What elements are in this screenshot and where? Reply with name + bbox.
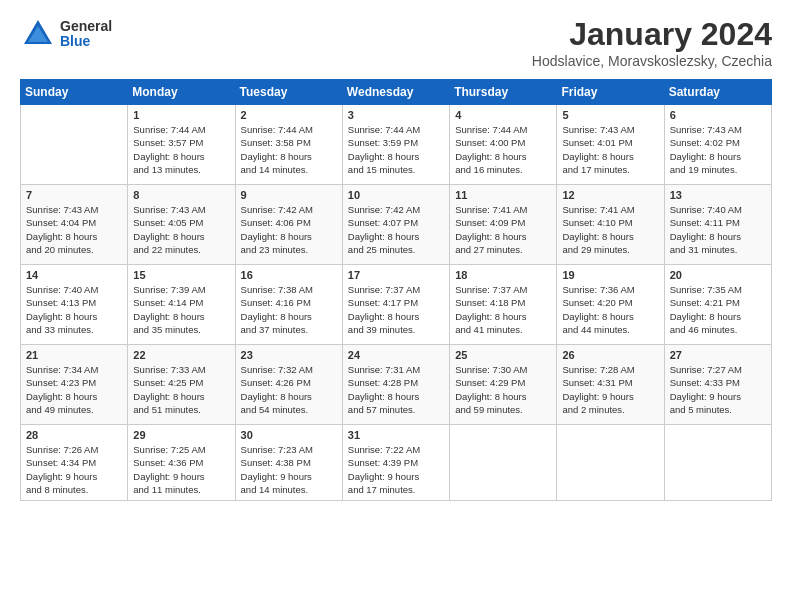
calendar-cell: 7Sunrise: 7:43 AM Sunset: 4:04 PM Daylig… (21, 185, 128, 265)
day-number: 3 (348, 109, 444, 121)
day-info: Sunrise: 7:35 AM Sunset: 4:21 PM Dayligh… (670, 283, 766, 336)
calendar-week-row: 14Sunrise: 7:40 AM Sunset: 4:13 PM Dayli… (21, 265, 772, 345)
day-number: 29 (133, 429, 229, 441)
calendar-cell: 23Sunrise: 7:32 AM Sunset: 4:26 PM Dayli… (235, 345, 342, 425)
day-number: 22 (133, 349, 229, 361)
day-info: Sunrise: 7:37 AM Sunset: 4:18 PM Dayligh… (455, 283, 551, 336)
day-number: 8 (133, 189, 229, 201)
day-info: Sunrise: 7:37 AM Sunset: 4:17 PM Dayligh… (348, 283, 444, 336)
calendar-cell: 8Sunrise: 7:43 AM Sunset: 4:05 PM Daylig… (128, 185, 235, 265)
logo-blue-text: Blue (60, 34, 112, 49)
day-info: Sunrise: 7:23 AM Sunset: 4:38 PM Dayligh… (241, 443, 337, 496)
day-info: Sunrise: 7:22 AM Sunset: 4:39 PM Dayligh… (348, 443, 444, 496)
day-info: Sunrise: 7:32 AM Sunset: 4:26 PM Dayligh… (241, 363, 337, 416)
calendar-cell (664, 425, 771, 501)
calendar-week-row: 28Sunrise: 7:26 AM Sunset: 4:34 PM Dayli… (21, 425, 772, 501)
calendar-cell: 12Sunrise: 7:41 AM Sunset: 4:10 PM Dayli… (557, 185, 664, 265)
calendar-cell: 1Sunrise: 7:44 AM Sunset: 3:57 PM Daylig… (128, 105, 235, 185)
day-info: Sunrise: 7:25 AM Sunset: 4:36 PM Dayligh… (133, 443, 229, 496)
calendar-header-monday: Monday (128, 80, 235, 105)
day-info: Sunrise: 7:31 AM Sunset: 4:28 PM Dayligh… (348, 363, 444, 416)
day-info: Sunrise: 7:44 AM Sunset: 3:57 PM Dayligh… (133, 123, 229, 176)
calendar-cell: 28Sunrise: 7:26 AM Sunset: 4:34 PM Dayli… (21, 425, 128, 501)
calendar-cell: 20Sunrise: 7:35 AM Sunset: 4:21 PM Dayli… (664, 265, 771, 345)
day-info: Sunrise: 7:26 AM Sunset: 4:34 PM Dayligh… (26, 443, 122, 496)
calendar-cell: 3Sunrise: 7:44 AM Sunset: 3:59 PM Daylig… (342, 105, 449, 185)
calendar-header-friday: Friday (557, 80, 664, 105)
day-info: Sunrise: 7:44 AM Sunset: 4:00 PM Dayligh… (455, 123, 551, 176)
calendar-cell: 21Sunrise: 7:34 AM Sunset: 4:23 PM Dayli… (21, 345, 128, 425)
calendar-cell: 24Sunrise: 7:31 AM Sunset: 4:28 PM Dayli… (342, 345, 449, 425)
calendar-header-thursday: Thursday (450, 80, 557, 105)
logo: General Blue (20, 16, 112, 52)
title-block: January 2024 Hodslavice, Moravskoslezsky… (532, 16, 772, 69)
day-info: Sunrise: 7:42 AM Sunset: 4:07 PM Dayligh… (348, 203, 444, 256)
calendar-cell: 26Sunrise: 7:28 AM Sunset: 4:31 PM Dayli… (557, 345, 664, 425)
logo-icon (20, 16, 56, 52)
calendar-header-row: SundayMondayTuesdayWednesdayThursdayFrid… (21, 80, 772, 105)
day-info: Sunrise: 7:27 AM Sunset: 4:33 PM Dayligh… (670, 363, 766, 416)
day-number: 16 (241, 269, 337, 281)
day-info: Sunrise: 7:33 AM Sunset: 4:25 PM Dayligh… (133, 363, 229, 416)
day-info: Sunrise: 7:43 AM Sunset: 4:05 PM Dayligh… (133, 203, 229, 256)
day-number: 9 (241, 189, 337, 201)
calendar-week-row: 7Sunrise: 7:43 AM Sunset: 4:04 PM Daylig… (21, 185, 772, 265)
calendar-cell: 15Sunrise: 7:39 AM Sunset: 4:14 PM Dayli… (128, 265, 235, 345)
calendar-cell: 18Sunrise: 7:37 AM Sunset: 4:18 PM Dayli… (450, 265, 557, 345)
calendar-header-tuesday: Tuesday (235, 80, 342, 105)
day-number: 14 (26, 269, 122, 281)
day-info: Sunrise: 7:28 AM Sunset: 4:31 PM Dayligh… (562, 363, 658, 416)
calendar-cell (450, 425, 557, 501)
calendar-cell: 31Sunrise: 7:22 AM Sunset: 4:39 PM Dayli… (342, 425, 449, 501)
day-info: Sunrise: 7:39 AM Sunset: 4:14 PM Dayligh… (133, 283, 229, 336)
day-number: 4 (455, 109, 551, 121)
calendar-cell: 4Sunrise: 7:44 AM Sunset: 4:00 PM Daylig… (450, 105, 557, 185)
calendar-cell: 10Sunrise: 7:42 AM Sunset: 4:07 PM Dayli… (342, 185, 449, 265)
day-info: Sunrise: 7:36 AM Sunset: 4:20 PM Dayligh… (562, 283, 658, 336)
day-number: 17 (348, 269, 444, 281)
calendar-cell: 16Sunrise: 7:38 AM Sunset: 4:16 PM Dayli… (235, 265, 342, 345)
day-number: 19 (562, 269, 658, 281)
calendar-cell: 13Sunrise: 7:40 AM Sunset: 4:11 PM Dayli… (664, 185, 771, 265)
day-info: Sunrise: 7:44 AM Sunset: 3:59 PM Dayligh… (348, 123, 444, 176)
logo-text: General Blue (60, 19, 112, 50)
calendar-title: January 2024 (532, 16, 772, 53)
day-number: 24 (348, 349, 444, 361)
calendar-cell: 9Sunrise: 7:42 AM Sunset: 4:06 PM Daylig… (235, 185, 342, 265)
calendar-cell (557, 425, 664, 501)
day-number: 30 (241, 429, 337, 441)
day-number: 2 (241, 109, 337, 121)
day-number: 26 (562, 349, 658, 361)
day-info: Sunrise: 7:44 AM Sunset: 3:58 PM Dayligh… (241, 123, 337, 176)
calendar-cell: 25Sunrise: 7:30 AM Sunset: 4:29 PM Dayli… (450, 345, 557, 425)
calendar-header-sunday: Sunday (21, 80, 128, 105)
calendar-cell: 5Sunrise: 7:43 AM Sunset: 4:01 PM Daylig… (557, 105, 664, 185)
calendar-week-row: 21Sunrise: 7:34 AM Sunset: 4:23 PM Dayli… (21, 345, 772, 425)
day-number: 12 (562, 189, 658, 201)
day-number: 15 (133, 269, 229, 281)
day-info: Sunrise: 7:42 AM Sunset: 4:06 PM Dayligh… (241, 203, 337, 256)
header: General Blue January 2024 Hodslavice, Mo… (20, 16, 772, 69)
calendar-cell: 17Sunrise: 7:37 AM Sunset: 4:17 PM Dayli… (342, 265, 449, 345)
day-number: 25 (455, 349, 551, 361)
calendar-cell: 6Sunrise: 7:43 AM Sunset: 4:02 PM Daylig… (664, 105, 771, 185)
day-number: 21 (26, 349, 122, 361)
day-number: 20 (670, 269, 766, 281)
page: General Blue January 2024 Hodslavice, Mo… (0, 0, 792, 612)
day-info: Sunrise: 7:40 AM Sunset: 4:11 PM Dayligh… (670, 203, 766, 256)
day-number: 28 (26, 429, 122, 441)
calendar-location: Hodslavice, Moravskoslezsky, Czechia (532, 53, 772, 69)
day-number: 10 (348, 189, 444, 201)
calendar-cell: 22Sunrise: 7:33 AM Sunset: 4:25 PM Dayli… (128, 345, 235, 425)
day-info: Sunrise: 7:41 AM Sunset: 4:10 PM Dayligh… (562, 203, 658, 256)
day-number: 11 (455, 189, 551, 201)
day-info: Sunrise: 7:43 AM Sunset: 4:04 PM Dayligh… (26, 203, 122, 256)
day-info: Sunrise: 7:41 AM Sunset: 4:09 PM Dayligh… (455, 203, 551, 256)
calendar-header-wednesday: Wednesday (342, 80, 449, 105)
calendar-cell: 2Sunrise: 7:44 AM Sunset: 3:58 PM Daylig… (235, 105, 342, 185)
day-number: 6 (670, 109, 766, 121)
day-info: Sunrise: 7:34 AM Sunset: 4:23 PM Dayligh… (26, 363, 122, 416)
calendar-header-saturday: Saturday (664, 80, 771, 105)
day-number: 23 (241, 349, 337, 361)
calendar-cell: 11Sunrise: 7:41 AM Sunset: 4:09 PM Dayli… (450, 185, 557, 265)
